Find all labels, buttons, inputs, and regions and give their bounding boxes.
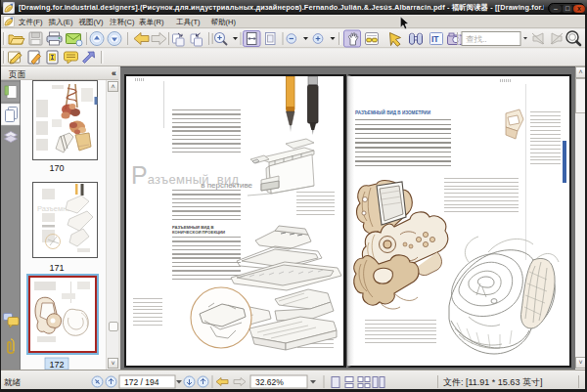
svg-text:文件: [11.91 * 15.63 英寸]: 文件: [11.91 * 15.63 英寸] bbox=[443, 377, 542, 387]
svg-text:172 / 194: 172 / 194 bbox=[124, 377, 159, 387]
svg-text:170: 170 bbox=[49, 163, 64, 173]
svg-text:查找..: 查找.. bbox=[466, 34, 487, 44]
svg-text:IT: IT bbox=[431, 34, 439, 44]
svg-text:32.62%: 32.62% bbox=[255, 377, 284, 387]
svg-text:171: 171 bbox=[49, 263, 64, 273]
svg-text:172: 172 bbox=[49, 360, 64, 370]
